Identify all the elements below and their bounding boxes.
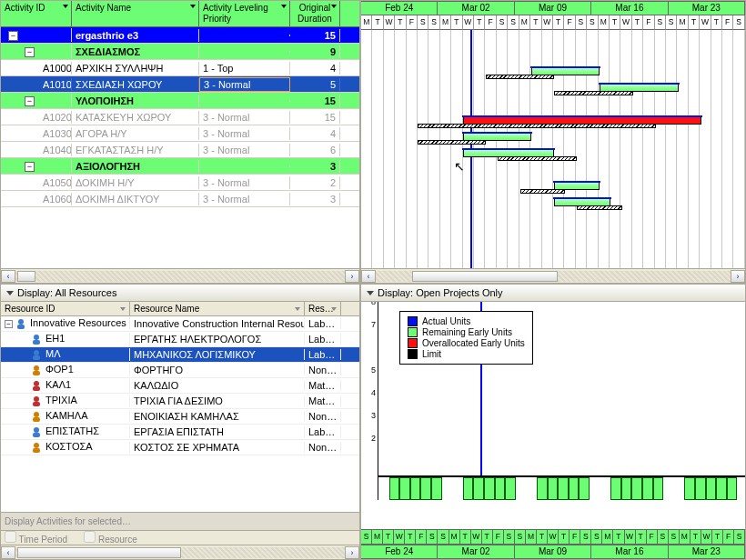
- table-row[interactable]: −ΥΛΟΠΟΙΗΣΗ15: [1, 93, 359, 109]
- svg-point-0: [18, 319, 24, 325]
- svg-point-4: [34, 350, 39, 355]
- resource-root-row[interactable]: −Innovative ResourcesInnovative Construc…: [1, 316, 359, 332]
- bar: [621, 477, 632, 500]
- person-icon: [30, 348, 43, 361]
- res-h-scrollbar[interactable]: ‹ ›: [1, 545, 359, 559]
- resource-table-header: Resource ID Resource Name Res…: [1, 302, 359, 316]
- col-activity-name[interactable]: Activity Name: [72, 1, 199, 26]
- resource-row[interactable]: ΜΛΜΗΧΑΝΙΚΟΣ ΛΟΓΙΣΜΙΚΟΥLab…: [1, 347, 359, 363]
- resource-row[interactable]: EH1ΕΡΓΑΤΗΣ ΗΛΕΚΤΡΟΛΟΓΟΣLab…: [1, 332, 359, 347]
- resource-row[interactable]: ΚΑΛ1ΚΑΛΩΔΙΟMat…: [1, 378, 359, 394]
- table-row[interactable]: −ΣΧΕΔΙΑΣΜΟΣ9: [1, 44, 359, 60]
- resource-row[interactable]: ΤΡΙΧΙΑΤΡΙΧΙΑ ΓΙΑ ΔΕΣΙΜΟMat…: [1, 394, 359, 409]
- bar: [706, 477, 717, 500]
- brick-icon: [30, 379, 43, 392]
- chevron-down-icon: [367, 291, 374, 295]
- table-row[interactable]: A1010ΣΧΕΔΙΑΣΗ ΧΩΡΟΥ3 - Normal5: [1, 76, 359, 93]
- svg-rect-15: [33, 433, 40, 437]
- col-resource-type[interactable]: Res…: [305, 302, 341, 315]
- bar: [399, 477, 410, 500]
- svg-rect-1: [17, 325, 25, 329]
- scroll-right-button[interactable]: ›: [345, 270, 359, 283]
- table-row[interactable]: A1030ΑΓΟΡΑ Η/Υ3 - Normal4: [1, 125, 359, 142]
- bar: [631, 477, 642, 500]
- svg-rect-17: [33, 448, 40, 453]
- bar: [505, 477, 516, 500]
- resource-row[interactable]: ΚΟΣΤΟΣΑΚΟΣΤΟΣ ΣΕ ΧΡΗΜΑΤΑNon…: [1, 440, 359, 455]
- bar: [716, 477, 727, 500]
- time-period-checkbox[interactable]: Time Period: [5, 531, 67, 545]
- chart-panel-header[interactable]: Display: Open Projects Only: [361, 285, 745, 302]
- resource-row[interactable]: ΚΑΜΗΛΑΕΝΟΙΚΙΑΣΗ ΚΑΜΗΛΑΣNon…: [1, 409, 359, 425]
- svg-rect-3: [33, 340, 40, 345]
- person-icon: [30, 425, 43, 438]
- chart-legend: Actual Units Remaining Early Units Overa…: [399, 311, 533, 365]
- bar: [410, 477, 421, 500]
- svg-point-14: [34, 427, 39, 433]
- col-duration[interactable]: Original Duration: [290, 1, 340, 26]
- h-scrollbar[interactable]: ‹ ›: [1, 268, 359, 283]
- svg-rect-7: [33, 371, 40, 375]
- table-row[interactable]: A1020ΚΑΤΑΣΚΕΥΗ ΧΩΡΟΥ3 - Normal15: [1, 109, 359, 125]
- gantt-h-scrollbar[interactable]: ‹ ›: [361, 268, 745, 283]
- bar: [610, 477, 621, 500]
- resource-chart-panel: Display: Open Projects Only Actual Units…: [360, 284, 746, 560]
- bar: [727, 477, 738, 500]
- col-activity-id[interactable]: Activity ID: [1, 1, 72, 26]
- svg-rect-9: [33, 386, 40, 391]
- svg-point-16: [34, 443, 39, 448]
- person-icon: [15, 317, 27, 330]
- chevron-down-icon: [6, 291, 14, 295]
- svg-rect-5: [33, 355, 40, 360]
- bar: [420, 477, 431, 500]
- svg-point-10: [34, 396, 39, 402]
- resource-filter-input[interactable]: Display Activities for selected…: [1, 512, 359, 530]
- resource-panel-header[interactable]: Display: All Resources: [1, 285, 359, 302]
- gantt-panel: Feb 24Mar 02Mar 09Mar 16Mar 23 MTWTFSSMT…: [360, 0, 746, 284]
- bar: [558, 477, 569, 500]
- bar: [569, 477, 580, 500]
- bar: [495, 477, 506, 500]
- resource-list-panel: Display: All Resources Resource ID Resou…: [0, 284, 360, 560]
- bar: [653, 477, 664, 500]
- bar: [473, 477, 484, 500]
- table-row[interactable]: A1050ΔΟΚΙΜΗ Η/Υ3 - Normal2: [1, 175, 359, 191]
- cursor-icon: ↖: [454, 159, 465, 174]
- col-priority[interactable]: Activity Leveling Priority: [199, 1, 290, 26]
- svg-rect-13: [33, 417, 40, 422]
- col-resource-name[interactable]: Resource Name: [130, 302, 305, 315]
- bar: [389, 477, 400, 500]
- bar: [579, 477, 590, 500]
- table-row[interactable]: −ergasthrio e315: [1, 27, 359, 44]
- bar: [548, 477, 559, 500]
- bar: [537, 477, 548, 500]
- svg-rect-11: [33, 402, 40, 406]
- tool-icon: [30, 364, 43, 376]
- resource-row[interactable]: ΕΠΙΣΤΑΤΗΣΕΡΓΑΣΙΑ ΕΠΙΣΤΑΤΗLab…: [1, 425, 359, 440]
- bar: [431, 477, 442, 500]
- col-resource-id[interactable]: Resource ID: [1, 302, 130, 315]
- bar: [484, 477, 495, 500]
- resource-checkbox[interactable]: Resource: [84, 531, 137, 545]
- svg-point-2: [34, 335, 39, 340]
- svg-point-6: [34, 365, 39, 371]
- limit-line: [378, 475, 745, 477]
- scroll-left-button[interactable]: ‹: [1, 270, 15, 283]
- svg-point-8: [34, 381, 39, 386]
- table-row[interactable]: A1040ΕΓΚΑΤΑΣΤΑΣΗ Η/Υ3 - Normal6: [1, 142, 359, 158]
- person-icon: [30, 333, 43, 345]
- tool-icon: [30, 410, 43, 423]
- tool-icon: [30, 441, 43, 454]
- bar: [695, 477, 706, 500]
- bar: [684, 477, 695, 500]
- bar: [463, 477, 474, 500]
- brick-icon: [30, 395, 43, 407]
- table-row[interactable]: −ΑΞΙΟΛΟΓΗΣΗ3: [1, 158, 359, 175]
- svg-point-12: [34, 412, 39, 417]
- activity-table-header: Activity ID Activity Name Activity Level…: [1, 1, 359, 27]
- resource-row[interactable]: ΦΟΡ1ΦΟΡΤΗΓΟNon…: [1, 363, 359, 378]
- bar: [642, 477, 653, 500]
- table-row[interactable]: A1000ΑΡΧΙΚΗ ΣΥΛΛΗΨΗ1 - Top4: [1, 60, 359, 76]
- table-row[interactable]: A1060ΔΟΚΙΜΗ ΔΙΚΤΥΟΥ3 - Normal3: [1, 191, 359, 207]
- activity-table-panel: Activity ID Activity Name Activity Level…: [0, 0, 360, 284]
